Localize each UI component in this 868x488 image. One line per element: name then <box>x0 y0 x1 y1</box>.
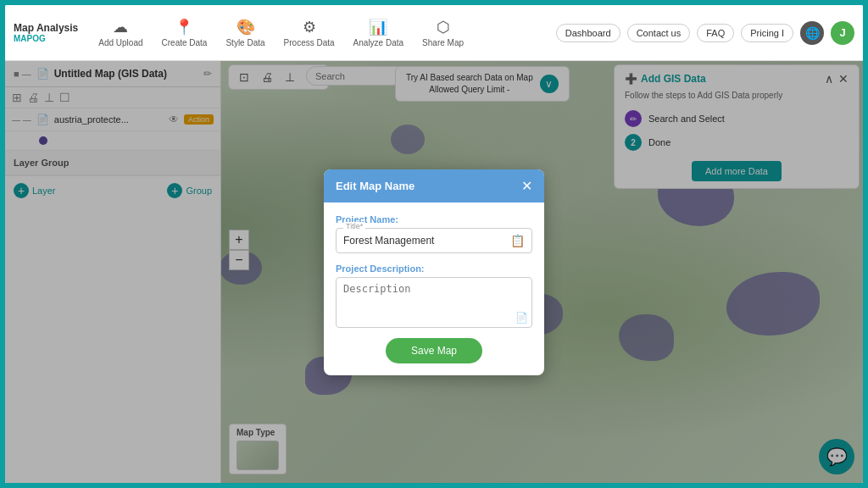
app-wrapper: Map Analysis MAPOG ☁ Add Upload 📍 Create… <box>0 0 868 488</box>
create-data-label: Create Data <box>162 38 208 47</box>
modal-overlay: Edit Map Name ✕ Project Name: Title* 📋 P… <box>5 61 863 483</box>
add-upload-label: Add Upload <box>98 38 142 47</box>
project-desc-textarea[interactable] <box>343 283 525 322</box>
share-map-icon: ⬡ <box>437 18 450 36</box>
app-logo: MAPOG <box>14 34 78 43</box>
add-upload-icon: ☁ <box>113 18 128 36</box>
field-legend: Title* <box>343 222 365 230</box>
toolbar-analyze-data[interactable]: 📊 Analyze Data <box>347 14 410 51</box>
user-avatar[interactable]: J <box>831 21 854 45</box>
toolbar-add-upload[interactable]: ☁ Add Upload <box>92 14 149 51</box>
analyze-data-label: Analyze Data <box>353 38 403 47</box>
modal-body: Project Name: Title* 📋 Project Descripti… <box>324 202 544 375</box>
faq-btn[interactable]: FAQ <box>697 24 734 42</box>
doc-icon: 📄 <box>515 312 528 324</box>
toolbar-create-data[interactable]: 📍 Create Data <box>155 14 214 51</box>
app-title: Map Analysis <box>14 22 78 34</box>
toolbar-right: Dashboard Contact us FAQ Pricing I 🌐 J <box>556 21 854 45</box>
modal-header: Edit Map Name ✕ <box>324 169 544 202</box>
create-data-icon: 📍 <box>175 18 193 36</box>
brand: Map Analysis MAPOG <box>14 22 78 43</box>
main-toolbar: Map Analysis MAPOG ☁ Add Upload 📍 Create… <box>5 5 863 61</box>
pricing-btn[interactable]: Pricing I <box>741 24 793 42</box>
process-data-label: Process Data <box>284 38 335 47</box>
dashboard-btn[interactable]: Dashboard <box>556 24 620 42</box>
project-name-input[interactable] <box>343 235 510 247</box>
copy-icon[interactable]: 📋 <box>510 234 525 247</box>
project-desc-wrapper: 📄 <box>336 277 532 328</box>
process-data-icon: ⚙ <box>303 18 316 36</box>
project-name-wrapper: Title* 📋 <box>336 228 532 253</box>
toolbar-style-data[interactable]: 🎨 Style Data <box>219 14 271 51</box>
globe-icon[interactable]: 🌐 <box>800 21 824 45</box>
modal-title: Edit Map Name <box>336 180 415 192</box>
style-data-label: Style Data <box>225 38 264 47</box>
share-map-label: Share Map <box>422 38 464 47</box>
project-desc-label: Project Description: <box>336 263 532 274</box>
main-content: ■ — 📄 Untitled Map (GIS Data) ✏ ⊞ 🖨 ⊥ ☐ … <box>5 61 863 483</box>
analyze-data-icon: 📊 <box>369 18 387 36</box>
contact-btn[interactable]: Contact us <box>627 24 691 42</box>
modal-close-btn[interactable]: ✕ <box>521 178 532 194</box>
toolbar-process-data[interactable]: ⚙ Process Data <box>277 14 342 51</box>
save-map-btn[interactable]: Save Map <box>386 338 482 363</box>
inner-wrapper: Map Analysis MAPOG ☁ Add Upload 📍 Create… <box>5 5 863 483</box>
style-data-icon: 🎨 <box>236 18 255 36</box>
toolbar-share-map[interactable]: ⬡ Share Map <box>415 14 470 51</box>
edit-map-modal: Edit Map Name ✕ Project Name: Title* 📋 P… <box>324 169 544 375</box>
